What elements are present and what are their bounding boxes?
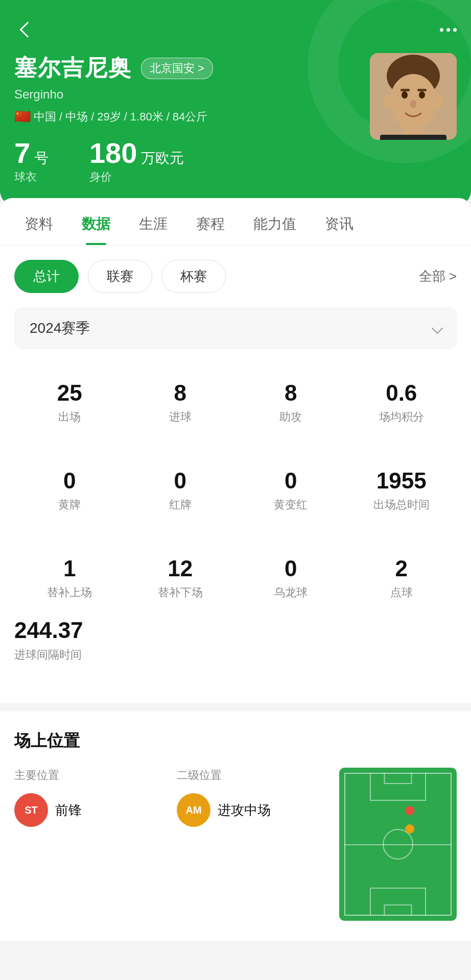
position-row: 主要位置 ST 前锋 二级位置 AM 进攻中场 [14, 768, 457, 921]
stat-value: 2 [351, 557, 452, 580]
svg-point-9 [433, 94, 443, 109]
stat-goals: 8 进球 [125, 370, 236, 437]
goal-box-bottom [384, 904, 412, 916]
stat-label: 出场 [19, 409, 120, 425]
avatar [370, 53, 457, 140]
filter-league[interactable]: 联赛 [88, 260, 152, 293]
stat-label: 替补上场 [19, 585, 120, 600]
main-content: 总计 联赛 杯赛 全部 > 2024赛季 25 出场 8 进球 8 助攻 [0, 246, 471, 703]
stat-value: 12 [130, 557, 231, 580]
secondary-position-name: 进攻中场 [218, 801, 271, 819]
primary-position-dot [405, 806, 414, 815]
stat-value: 0 [130, 470, 231, 492]
separator: / [91, 110, 94, 124]
stat-sub-on: 1 替补上场 [14, 545, 125, 612]
jersey-label: 球衣 [14, 169, 49, 185]
primary-position-name: 前锋 [55, 801, 82, 819]
stat-value: 0 [241, 470, 341, 492]
interval-section: 244.37 进球间隔时间 [0, 612, 471, 683]
stat-red-cards: 0 红牌 [125, 457, 236, 525]
svg-point-3 [402, 91, 408, 99]
tab-schedule[interactable]: 赛程 [182, 198, 239, 245]
position-right: 二级位置 AM 进攻中场 [177, 768, 324, 835]
position-left: 主要位置 ST 前锋 [14, 768, 161, 835]
jersey-unit: 号 [30, 150, 49, 166]
stat-penalties: 2 点球 [346, 545, 457, 612]
secondary-position-item: AM 进攻中场 [177, 793, 324, 827]
filter-all-button[interactable]: 全部 > [419, 267, 457, 285]
secondary-position-title: 二级位置 [177, 768, 324, 783]
hero-section: 塞尔吉尼奥 北京国安 > Serginho 🇨🇳 中国 / 中场 / 29岁 /… [0, 0, 471, 205]
stats-row-2: 0 黄牌 0 红牌 0 黄变红 1955 出场总时间 [0, 437, 471, 525]
height: 1.80米 [130, 109, 163, 125]
avatar-face [370, 53, 457, 140]
tabs-container: 资料 数据 生涯 赛程 能力值 资讯 总计 联赛 杯赛 全部 > 2024赛季 … [0, 198, 471, 703]
svg-rect-6 [417, 89, 427, 91]
season-label: 2024赛季 [30, 318, 90, 338]
position: 中场 [65, 109, 88, 125]
hero-content: 塞尔吉尼奥 北京国安 > Serginho 🇨🇳 中国 / 中场 / 29岁 /… [14, 53, 457, 185]
jersey-stat: 7 号 球衣 [14, 139, 49, 185]
goal-box-top [384, 773, 412, 784]
market-value-label: 身价 [89, 169, 184, 185]
player-name-english: Serginho [14, 87, 360, 102]
stat-label: 点球 [351, 585, 452, 600]
svg-point-4 [419, 91, 425, 99]
stat-value: 8 [241, 382, 341, 404]
team-tag-button[interactable]: 北京国安 > [141, 58, 213, 79]
market-value-number: 180 万欧元 [89, 139, 184, 167]
svg-point-7 [410, 100, 416, 108]
season-selector[interactable]: 2024赛季 [14, 307, 457, 349]
tab-career[interactable]: 生涯 [125, 198, 182, 245]
nationality: 中国 [34, 109, 56, 125]
stat-appearances: 25 出场 [14, 370, 125, 437]
stat-value: 1 [19, 557, 120, 580]
position-section-title: 场上位置 [14, 730, 457, 752]
stat-label: 替补下场 [130, 585, 231, 600]
age: 29岁 [97, 109, 121, 125]
tab-data[interactable]: 数据 [67, 198, 125, 245]
stat-avg-score: 0.6 场均积分 [346, 370, 457, 437]
secondary-position-dot [405, 824, 414, 834]
svg-rect-5 [401, 89, 410, 91]
market-value-unit: 万欧元 [137, 150, 184, 166]
primary-position-title: 主要位置 [14, 768, 161, 783]
stat-value: 0 [19, 470, 120, 492]
market-value-stat: 180 万欧元 身价 [89, 139, 184, 185]
separator: / [167, 110, 170, 124]
flag-icon: 🇨🇳 [14, 109, 31, 125]
filter-cup[interactable]: 杯赛 [161, 260, 226, 293]
stat-sub-off: 12 替补下场 [125, 545, 236, 612]
back-button[interactable] [14, 18, 37, 41]
weight: 84公斤 [173, 109, 207, 125]
secondary-position-badge: AM [177, 793, 210, 827]
stat-value: 25 [19, 382, 120, 404]
pitch-center-circle [383, 829, 413, 860]
stat-label: 乌龙球 [241, 585, 341, 600]
position-section: 场上位置 主要位置 ST 前锋 二级位置 AM 进攻中场 [0, 712, 471, 941]
stat-value: 0 [241, 557, 341, 580]
tab-news[interactable]: 资讯 [311, 198, 368, 245]
jersey-value-row: 7 号 球衣 180 万欧元 身价 [14, 139, 360, 185]
svg-rect-11 [380, 135, 446, 140]
stat-yellow-red: 0 黄变红 [236, 457, 346, 525]
separator: / [59, 110, 62, 124]
tab-profile[interactable]: 资料 [10, 198, 67, 245]
player-details: 🇨🇳 中国 / 中场 / 29岁 / 1.80米 / 84公斤 [14, 109, 360, 125]
football-pitch [339, 768, 457, 921]
stats-row-3: 1 替补上场 12 替补下场 0 乌龙球 2 点球 [0, 525, 471, 612]
back-arrow-icon [19, 21, 35, 37]
jersey-number: 7 号 [14, 139, 49, 167]
stat-own-goals: 0 乌龙球 [236, 545, 346, 612]
svg-point-8 [384, 94, 394, 109]
filter-total[interactable]: 总计 [14, 260, 79, 293]
interval-value: 244.37 [14, 618, 457, 643]
stat-label: 助攻 [241, 409, 341, 425]
tab-ability[interactable]: 能力值 [239, 198, 311, 245]
stat-value: 0.6 [351, 382, 452, 404]
stat-assists: 8 助攻 [236, 370, 346, 437]
stat-label: 黄牌 [19, 497, 120, 512]
tab-list: 资料 数据 生涯 赛程 能力值 资讯 [0, 198, 471, 246]
section-divider [0, 703, 471, 712]
stat-total-time: 1955 出场总时间 [346, 457, 457, 525]
